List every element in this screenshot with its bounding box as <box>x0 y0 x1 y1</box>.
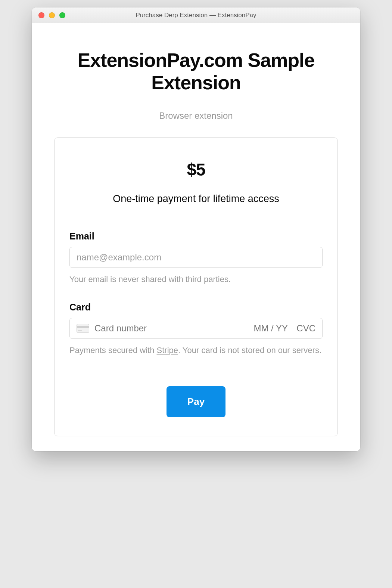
stripe-link[interactable]: Stripe <box>157 346 178 355</box>
svg-rect-0 <box>77 324 89 332</box>
page-subtitle: Browser extension <box>54 111 338 121</box>
close-icon[interactable] <box>38 12 44 18</box>
card-cvc-input[interactable] <box>293 323 315 334</box>
card-field-group: Card Payments secured with Stripe. Your … <box>69 302 323 356</box>
card-expiry-input[interactable] <box>247 323 288 334</box>
credit-card-icon <box>77 324 89 333</box>
email-label: Email <box>69 231 323 242</box>
card-number-input[interactable] <box>94 323 242 334</box>
card-helper-prefix: Payments secured with <box>69 346 157 355</box>
email-helper: Your email is never shared with third pa… <box>69 273 323 285</box>
page-title: ExtensionPay.com Sample Extension <box>54 49 338 94</box>
submit-row: Pay <box>69 386 323 417</box>
card-helper-suffix: . Your card is not stored on our servers… <box>178 346 321 355</box>
svg-rect-1 <box>77 326 89 328</box>
window-title: Purchase Derp Extension — ExtensionPay <box>32 12 360 19</box>
price-amount: $5 <box>69 160 323 180</box>
app-window: Purchase Derp Extension — ExtensionPay E… <box>32 7 360 451</box>
card-input-wrap[interactable] <box>69 318 323 339</box>
maximize-icon[interactable] <box>59 12 65 18</box>
content-area: ExtensionPay.com Sample Extension Browse… <box>32 23 360 451</box>
card-label: Card <box>69 302 323 313</box>
payment-panel: $5 One-time payment for lifetime access … <box>54 137 338 436</box>
pay-button[interactable]: Pay <box>167 386 225 417</box>
titlebar: Purchase Derp Extension — ExtensionPay <box>32 7 360 23</box>
window-controls <box>32 12 65 18</box>
svg-rect-2 <box>78 330 82 331</box>
card-helper: Payments secured with Stripe. Your card … <box>69 344 323 356</box>
email-field-group: Email Your email is never shared with th… <box>69 231 323 285</box>
email-input[interactable] <box>69 247 323 268</box>
minimize-icon[interactable] <box>49 12 55 18</box>
price-description: One-time payment for lifetime access <box>69 193 323 205</box>
